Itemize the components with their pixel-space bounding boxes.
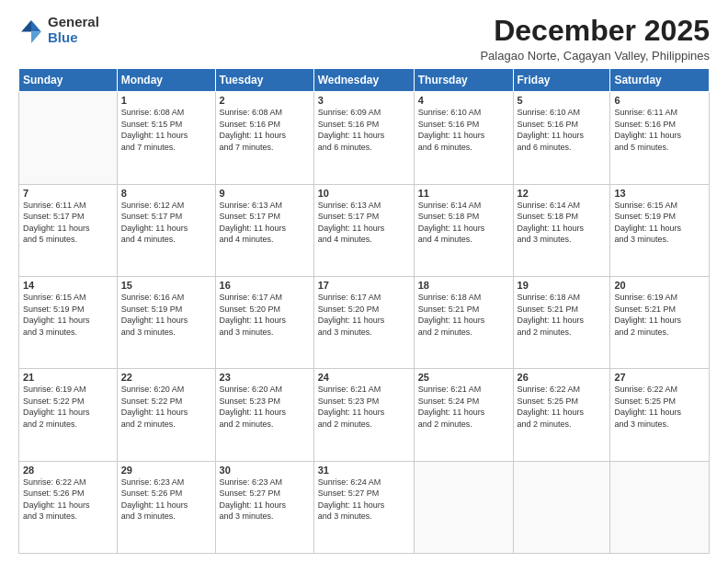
day-info: Sunrise: 6:20 AM Sunset: 5:23 PM Dayligh… [220, 384, 310, 430]
day-info: Sunrise: 6:15 AM Sunset: 5:19 PM Dayligh… [23, 292, 113, 338]
location-subtitle: Palagao Norte, Cagayan Valley, Philippin… [480, 49, 710, 63]
table-row: 6Sunrise: 6:11 AM Sunset: 5:16 PM Daylig… [610, 92, 710, 184]
day-number: 13 [614, 188, 705, 199]
day-info: Sunrise: 6:11 AM Sunset: 5:16 PM Dayligh… [614, 107, 705, 153]
day-info: Sunrise: 6:08 AM Sunset: 5:16 PM Dayligh… [220, 107, 310, 153]
day-number: 12 [518, 188, 607, 199]
day-info: Sunrise: 6:19 AM Sunset: 5:22 PM Dayligh… [23, 384, 113, 430]
logo-general-text: General [48, 15, 99, 30]
table-row: 3Sunrise: 6:09 AM Sunset: 5:16 PM Daylig… [313, 92, 414, 184]
day-number: 21 [23, 372, 113, 383]
table-row: 13Sunrise: 6:15 AM Sunset: 5:19 PM Dayli… [610, 184, 710, 276]
month-title: December 2025 [480, 15, 710, 47]
table-row [19, 92, 118, 184]
day-number: 7 [23, 188, 113, 199]
day-number: 25 [418, 372, 509, 383]
table-row: 16Sunrise: 6:17 AM Sunset: 5:20 PM Dayli… [215, 276, 313, 368]
day-info: Sunrise: 6:13 AM Sunset: 5:17 PM Dayligh… [220, 200, 310, 246]
day-number: 11 [418, 188, 509, 199]
table-row: 20Sunrise: 6:19 AM Sunset: 5:21 PM Dayli… [610, 276, 710, 368]
day-number: 27 [614, 372, 705, 383]
day-number: 23 [220, 372, 310, 383]
table-row: 21Sunrise: 6:19 AM Sunset: 5:22 PM Dayli… [19, 369, 118, 461]
col-wednesday: Wednesday [313, 69, 414, 92]
day-number: 2 [220, 95, 310, 106]
day-info: Sunrise: 6:13 AM Sunset: 5:17 PM Dayligh… [318, 200, 410, 246]
day-info: Sunrise: 6:08 AM Sunset: 5:15 PM Dayligh… [121, 107, 211, 153]
table-row: 17Sunrise: 6:17 AM Sunset: 5:20 PM Dayli… [313, 276, 414, 368]
day-number: 17 [318, 280, 410, 291]
day-number: 29 [121, 465, 211, 476]
table-row: 4Sunrise: 6:10 AM Sunset: 5:16 PM Daylig… [414, 92, 513, 184]
table-row: 19Sunrise: 6:18 AM Sunset: 5:21 PM Dayli… [513, 276, 610, 368]
day-number: 6 [614, 95, 705, 106]
table-row: 29Sunrise: 6:23 AM Sunset: 5:26 PM Dayli… [117, 461, 215, 553]
day-number: 9 [220, 188, 310, 199]
logo-blue-text: Blue [48, 30, 99, 46]
table-row [610, 461, 710, 553]
col-thursday: Thursday [414, 69, 513, 92]
table-row: 27Sunrise: 6:22 AM Sunset: 5:25 PM Dayli… [610, 369, 710, 461]
day-number: 19 [518, 280, 607, 291]
table-row: 30Sunrise: 6:23 AM Sunset: 5:27 PM Dayli… [215, 461, 313, 553]
table-row: 15Sunrise: 6:16 AM Sunset: 5:19 PM Dayli… [117, 276, 215, 368]
day-number: 14 [23, 280, 113, 291]
table-row: 7Sunrise: 6:11 AM Sunset: 5:17 PM Daylig… [19, 184, 118, 276]
day-info: Sunrise: 6:23 AM Sunset: 5:26 PM Dayligh… [121, 477, 211, 523]
day-number: 1 [121, 95, 211, 106]
table-row: 1Sunrise: 6:08 AM Sunset: 5:15 PM Daylig… [117, 92, 215, 184]
table-row: 25Sunrise: 6:21 AM Sunset: 5:24 PM Dayli… [414, 369, 513, 461]
table-row: 26Sunrise: 6:22 AM Sunset: 5:25 PM Dayli… [513, 369, 610, 461]
table-row: 28Sunrise: 6:22 AM Sunset: 5:26 PM Dayli… [19, 461, 118, 553]
header: General Blue December 2025 Palagao Norte… [18, 15, 710, 63]
day-info: Sunrise: 6:14 AM Sunset: 5:18 PM Dayligh… [518, 200, 607, 246]
day-number: 31 [318, 465, 410, 476]
day-info: Sunrise: 6:09 AM Sunset: 5:16 PM Dayligh… [318, 107, 410, 153]
table-row: 11Sunrise: 6:14 AM Sunset: 5:18 PM Dayli… [414, 184, 513, 276]
table-row [513, 461, 610, 553]
day-info: Sunrise: 6:23 AM Sunset: 5:27 PM Dayligh… [220, 477, 310, 523]
day-info: Sunrise: 6:21 AM Sunset: 5:24 PM Dayligh… [418, 384, 509, 430]
day-info: Sunrise: 6:21 AM Sunset: 5:23 PM Dayligh… [318, 384, 410, 430]
day-info: Sunrise: 6:14 AM Sunset: 5:18 PM Dayligh… [418, 200, 509, 246]
svg-marker-0 [31, 20, 41, 31]
day-info: Sunrise: 6:22 AM Sunset: 5:25 PM Dayligh… [518, 384, 607, 430]
day-info: Sunrise: 6:17 AM Sunset: 5:20 PM Dayligh… [220, 292, 310, 338]
table-row: 5Sunrise: 6:10 AM Sunset: 5:16 PM Daylig… [513, 92, 610, 184]
logo-text: General Blue [48, 15, 99, 45]
col-friday: Friday [513, 69, 610, 92]
calendar-week-row: 21Sunrise: 6:19 AM Sunset: 5:22 PM Dayli… [19, 369, 710, 461]
day-number: 26 [518, 372, 607, 383]
day-number: 4 [418, 95, 509, 106]
calendar-week-row: 28Sunrise: 6:22 AM Sunset: 5:26 PM Dayli… [19, 461, 710, 553]
day-info: Sunrise: 6:22 AM Sunset: 5:25 PM Dayligh… [614, 384, 705, 430]
logo: General Blue [18, 15, 99, 45]
day-info: Sunrise: 6:12 AM Sunset: 5:17 PM Dayligh… [121, 200, 211, 246]
calendar-table: Sunday Monday Tuesday Wednesday Thursday… [18, 68, 710, 554]
day-number: 3 [318, 95, 410, 106]
day-number: 24 [318, 372, 410, 383]
svg-marker-2 [21, 20, 31, 31]
table-row: 23Sunrise: 6:20 AM Sunset: 5:23 PM Dayli… [215, 369, 313, 461]
day-number: 30 [220, 465, 310, 476]
day-info: Sunrise: 6:15 AM Sunset: 5:19 PM Dayligh… [614, 200, 705, 246]
day-number: 15 [121, 280, 211, 291]
day-number: 22 [121, 372, 211, 383]
calendar-week-row: 7Sunrise: 6:11 AM Sunset: 5:17 PM Daylig… [19, 184, 710, 276]
table-row: 31Sunrise: 6:24 AM Sunset: 5:27 PM Dayli… [313, 461, 414, 553]
table-row: 10Sunrise: 6:13 AM Sunset: 5:17 PM Dayli… [313, 184, 414, 276]
table-row: 22Sunrise: 6:20 AM Sunset: 5:22 PM Dayli… [117, 369, 215, 461]
day-info: Sunrise: 6:17 AM Sunset: 5:20 PM Dayligh… [318, 292, 410, 338]
day-number: 8 [121, 188, 211, 199]
day-info: Sunrise: 6:16 AM Sunset: 5:19 PM Dayligh… [121, 292, 211, 338]
logo-icon [18, 17, 44, 43]
day-info: Sunrise: 6:20 AM Sunset: 5:22 PM Dayligh… [121, 384, 211, 430]
day-number: 5 [518, 95, 607, 106]
calendar-week-row: 14Sunrise: 6:15 AM Sunset: 5:19 PM Dayli… [19, 276, 710, 368]
col-monday: Monday [117, 69, 215, 92]
col-saturday: Saturday [610, 69, 710, 92]
table-row [414, 461, 513, 553]
day-info: Sunrise: 6:19 AM Sunset: 5:21 PM Dayligh… [614, 292, 705, 338]
day-number: 10 [318, 188, 410, 199]
day-info: Sunrise: 6:18 AM Sunset: 5:21 PM Dayligh… [418, 292, 509, 338]
